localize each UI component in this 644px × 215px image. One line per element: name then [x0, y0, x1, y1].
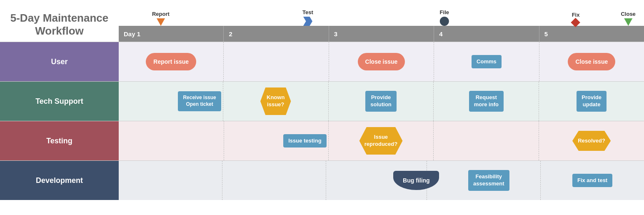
milestone-fix-label: Fix — [572, 12, 580, 18]
task-request-more-info: Requestmore info — [469, 91, 504, 112]
timeline-header: Report Test File Fix — [119, 5, 644, 42]
day-5-label: 5 — [539, 26, 644, 42]
task-issue-reproduced: Issuereproduced? — [355, 127, 407, 155]
lane-development-content: Bug filing Feasibilityassessment Fix and… — [119, 161, 644, 200]
task-close-issue-2: Close issue — [568, 53, 615, 70]
task-issue-testing: Issue testing — [283, 134, 326, 148]
milestone-test: Test — [302, 9, 313, 26]
lane-testing-day2: Issue testing — [224, 121, 328, 160]
milestone-file: File — [440, 9, 449, 26]
lane-testing-label: Testing — [0, 121, 119, 160]
lane-development-label: Development — [0, 161, 119, 200]
task-fix-and-test: Fix and test — [572, 174, 612, 188]
milestone-close-icon — [624, 18, 632, 26]
milestone-fix: Fix — [572, 12, 580, 26]
task-report-issue: Report issue — [146, 53, 196, 70]
header-row: 5-Day Maintenance Workflow Report Test F… — [0, 0, 644, 42]
lane-testing: Testing Issue testing Issuereproduced? R… — [0, 121, 644, 160]
lane-testing-content: Issue testing Issuereproduced? Resolved? — [119, 121, 644, 160]
lane-development: Development Bug filing Feasibilityassess… — [0, 160, 644, 200]
task-feasibility: Feasibilityassessment — [468, 170, 509, 191]
lane-user-content: Report issue Close issue Comms Close iss… — [119, 42, 644, 81]
lane-techsupport-day5: Provideupdate — [539, 82, 644, 121]
lane-user: User Report issue Close issue Comms Clos… — [0, 42, 644, 81]
milestone-report-icon — [157, 18, 165, 26]
milestone-file-icon — [440, 17, 449, 26]
lane-techsupport-label-text: Tech Support — [35, 97, 83, 106]
task-provide-solution: Providesolution — [365, 91, 397, 112]
lane-techsupport: Tech Support Receive issueOpen ticket Kn… — [0, 81, 644, 121]
task-provide-update: Provideupdate — [577, 91, 607, 112]
lane-techsupport-day2: Knownissue? — [223, 82, 328, 121]
task-close-issue-1: Close issue — [358, 53, 405, 70]
lane-development-label-text: Development — [36, 176, 83, 185]
lane-user-label: User — [0, 42, 119, 81]
lane-development-day4: Feasibilityassessment — [427, 161, 540, 200]
milestones-row: Report Test File Fix — [119, 5, 644, 26]
milestone-report: Report — [152, 11, 170, 26]
lane-techsupport-day4: Requestmore info — [433, 82, 539, 121]
milestone-close-label: Close — [621, 11, 635, 17]
lane-testing-day4 — [433, 121, 539, 160]
lane-testing-label-text: Testing — [46, 137, 72, 145]
day-3-label: 3 — [329, 26, 434, 42]
lane-development-day1 — [119, 161, 222, 200]
lane-user-day4: Comms — [434, 42, 539, 81]
milestone-close: Close — [621, 11, 635, 26]
lane-development-day3: Bug filing — [326, 161, 427, 200]
task-comms: Comms — [472, 55, 502, 69]
day-2-label: 2 — [223, 26, 328, 42]
lane-development-day2 — [222, 161, 326, 200]
milestone-test-label: Test — [302, 9, 313, 15]
task-resolved: Resolved? — [569, 131, 614, 151]
lane-testing-day3: Issuereproduced? — [328, 121, 434, 160]
milestone-file-label: File — [440, 9, 449, 15]
day-4-label: 4 — [434, 26, 539, 42]
days-row: Day 1 2 3 4 5 — [119, 26, 644, 42]
milestone-fix-icon — [571, 18, 581, 28]
lane-testing-day1 — [119, 121, 224, 160]
lane-techsupport-content: Receive issueOpen ticket Knownissue? Pro… — [119, 82, 644, 121]
lane-development-day5: Fix and test — [540, 161, 644, 200]
title-cell: 5-Day Maintenance Workflow — [0, 8, 119, 42]
milestone-report-label: Report — [152, 11, 170, 17]
lane-testing-day5: Resolved? — [539, 121, 644, 160]
lane-user-day5: Close issue — [539, 42, 644, 81]
task-receive-issue: Receive issueOpen ticket — [178, 91, 221, 111]
task-known-issue: Knownissue? — [257, 88, 294, 115]
lane-techsupport-day3: Providesolution — [328, 82, 434, 121]
lane-user-day3: Close issue — [329, 42, 434, 81]
lane-techsupport-label: Tech Support — [0, 82, 119, 121]
lane-user-day2 — [223, 42, 328, 81]
lane-user-label-text: User — [51, 58, 67, 66]
lane-techsupport-day1: Receive issueOpen ticket — [119, 82, 223, 121]
diagram-container: 5-Day Maintenance Workflow Report Test F… — [0, 0, 644, 215]
diagram-title: 5-Day Maintenance Workflow — [10, 12, 109, 38]
lane-user-day1: Report issue — [119, 42, 223, 81]
day-1-label: Day 1 — [119, 26, 223, 42]
milestone-test-icon — [303, 17, 312, 26]
